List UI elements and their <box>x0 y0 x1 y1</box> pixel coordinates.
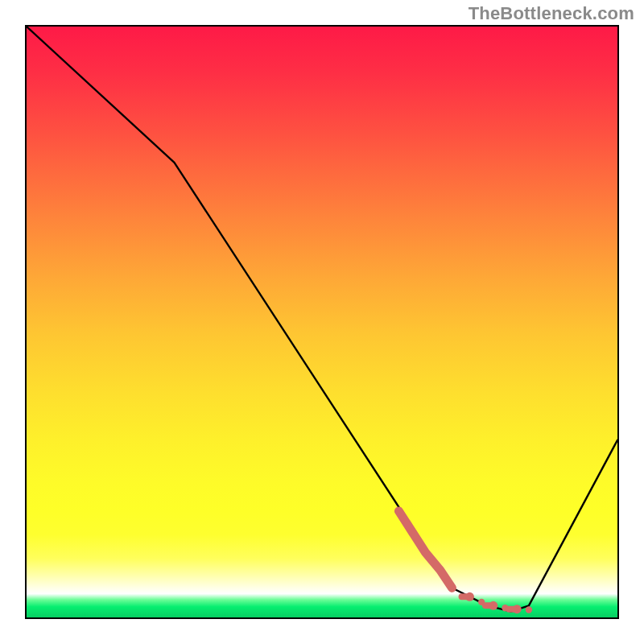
chart-overlay <box>27 27 617 617</box>
highlight-dot <box>526 606 532 613</box>
chart-root: TheBottleneck.com <box>0 0 644 644</box>
plot-area <box>25 25 619 619</box>
highlight-dash <box>506 606 517 613</box>
highlight-segment <box>398 511 452 588</box>
highlight-series <box>398 511 532 613</box>
highlight-dash <box>459 593 470 600</box>
curve-line <box>27 27 617 612</box>
highlight-dash <box>482 602 493 609</box>
watermark-text: TheBottleneck.com <box>469 3 634 24</box>
